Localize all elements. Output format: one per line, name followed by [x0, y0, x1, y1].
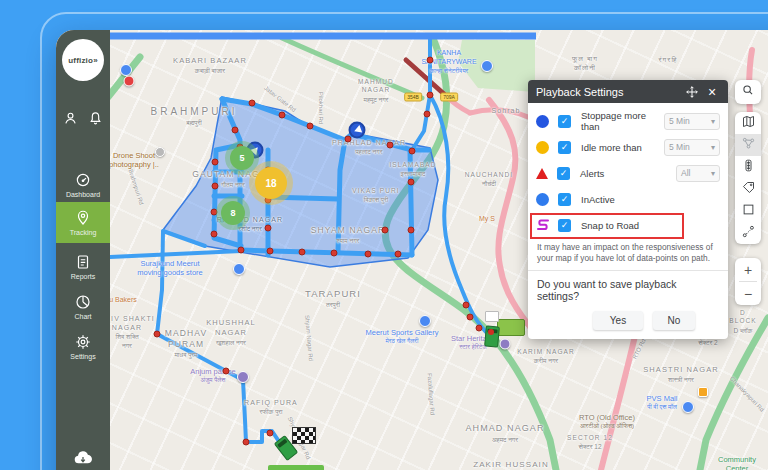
panel-title: Playback Settings	[536, 86, 684, 98]
sidebar-item-label: Dashboard	[56, 191, 110, 198]
cluster-marker[interactable]: 5	[230, 146, 254, 170]
playback-settings-header[interactable]: Playback Settings ×	[528, 80, 728, 103]
route-stop-dot	[212, 159, 219, 166]
route-stop-dot	[212, 183, 219, 190]
map-area-label: TARAPURIतरपुरी	[305, 288, 361, 310]
sidebar-item-dashboard[interactable]: Dashboard	[56, 166, 110, 203]
alerts-checkbox[interactable]	[557, 167, 570, 180]
map-poi-label: PVS Mallपी वी एस मॉल	[647, 394, 678, 411]
screen: { "colors":{ "accent_green":"#7db343","s…	[0, 0, 768, 470]
label-text: Sohrab	[491, 106, 520, 115]
label-text: AHMAD NAGAR	[465, 423, 544, 435]
search-icon	[741, 83, 755, 101]
draw-region-button[interactable]	[735, 200, 761, 222]
dropdown-value: 5 Min	[669, 116, 690, 126]
map-poi-label: My S	[479, 215, 495, 224]
map-search-button[interactable]	[735, 80, 761, 104]
label-text: महमूद नगर	[358, 96, 394, 104]
route-stop-dot	[299, 249, 306, 256]
label-text: PVS Mall	[647, 394, 678, 403]
idle-duration-dropdown[interactable]: 5 Min▾	[664, 139, 720, 156]
cloud-download-icon[interactable]	[56, 448, 110, 470]
label-text: VIKAS PURI	[352, 187, 399, 195]
label-text: BRAHMPURI	[150, 105, 237, 118]
sidebar-item-chart[interactable]: Chart	[56, 288, 110, 325]
route-stop-dot	[267, 430, 274, 437]
sidebar-item-tracking[interactable]: Tracking	[56, 202, 110, 243]
route-tool-button[interactable]	[735, 222, 761, 244]
label-text: ब्रह्मपुरी	[150, 119, 237, 127]
poi-circle-icon	[419, 315, 431, 327]
label-text: विकास पुरी	[352, 197, 399, 205]
inactive-checkbox[interactable]	[558, 193, 571, 206]
move-panel-icon[interactable]	[684, 84, 700, 100]
label-text: तरपुरी	[305, 301, 361, 309]
label-text: सेक्टर 2	[687, 340, 728, 348]
stop-point-dot	[488, 329, 494, 335]
app-logo[interactable]: uffizio»	[62, 39, 104, 81]
route-stop-dot	[232, 127, 239, 134]
route-stop-dot	[427, 57, 434, 64]
sidebar-item-settings[interactable]: Settings	[56, 328, 110, 365]
label-text: अहमद नगर	[465, 436, 544, 444]
arrow-icon	[352, 125, 361, 135]
yes-button[interactable]: Yes	[593, 311, 643, 330]
inactive-label: InActive	[581, 194, 720, 205]
route-stop-dot	[409, 148, 416, 155]
map-poi-label: Surajkund Meerut moving goods store	[137, 259, 202, 278]
label-text: नौचंदी	[465, 181, 514, 189]
poi-circle-icon	[682, 401, 694, 413]
sidebar-item-reports[interactable]: Reports	[56, 248, 110, 285]
traffic-toggle-button[interactable]	[735, 156, 761, 178]
cluster-nodes-icon	[741, 136, 756, 155]
label-text: Surajkund Meerut moving goods store	[137, 259, 202, 278]
snap-to-road-icon	[536, 218, 550, 232]
label-text: करीम नगर	[517, 358, 575, 366]
idle-checkbox[interactable]	[558, 141, 571, 154]
route-stop-dot	[223, 368, 230, 375]
no-button[interactable]: No	[653, 311, 695, 330]
map-area-label: NAUCHANDIनौचंदी	[465, 171, 514, 189]
folded-map-icon	[741, 114, 756, 133]
label-text: RAFIQ PURA	[244, 398, 298, 407]
direction-arrow-marker[interactable]	[349, 122, 366, 139]
map-road-label: Jatav Gate Rd	[263, 85, 297, 113]
close-icon[interactable]: ×	[704, 84, 720, 100]
label-text: SECTOR 12	[567, 434, 613, 442]
map-area-label: SECTOR 12सेक्टर 12	[567, 434, 613, 452]
stoppage-marker-icon	[536, 115, 549, 128]
bell-icon[interactable]	[87, 110, 104, 131]
route-stop-dot	[243, 439, 250, 446]
poi-circle-icon	[481, 60, 493, 72]
label-text: पी वी एस मॉल	[647, 404, 678, 412]
stoppage-duration-dropdown[interactable]: 5 Min▾	[664, 113, 720, 130]
map-poi-label: u Bakers	[109, 296, 137, 305]
label-text: KHUSHHAL NAGAR	[206, 318, 256, 338]
stoppage-checkbox[interactable]	[558, 115, 571, 128]
user-icon[interactable]	[62, 110, 79, 131]
sidebar-item-label: Reports	[56, 273, 110, 280]
alerts-type-dropdown[interactable]: All▾	[676, 165, 720, 182]
map-layers-button[interactable]	[735, 112, 761, 134]
zoom-out-button[interactable]: −	[735, 282, 761, 305]
map-road-label: RTO Rd	[631, 338, 647, 360]
cluster-marker[interactable]: 18	[255, 167, 287, 199]
route-stop-dot	[307, 123, 314, 130]
dropdown-value: 5 Min	[669, 142, 690, 152]
alerts-label: Alerts	[580, 168, 676, 179]
label-text: u Bakers	[109, 296, 137, 305]
map-poi-label: RTO (Old Office)आरटीओ (ओल्ड ऑफिस)	[579, 413, 635, 430]
labels-toggle-button[interactable]	[735, 178, 761, 200]
map-area-label: SHYAM NAGARश्याम नगर	[311, 225, 385, 245]
idle-label: Idle more than	[581, 142, 664, 153]
gear-icon	[56, 333, 110, 351]
map-area-label: SHASTRI NAGARशास्त्री नगर	[643, 365, 719, 384]
label-text: रंगरहि	[658, 55, 677, 64]
snap-to-road-checkbox[interactable]	[558, 219, 571, 232]
cluster-marker[interactable]: 8	[221, 201, 245, 225]
idle-marker-icon	[536, 141, 549, 154]
zoom-in-button[interactable]: +	[735, 258, 761, 281]
route-stop-dot	[331, 250, 338, 257]
map-area-label: ZAKIR HUSSAIN	[473, 460, 549, 470]
cluster-toggle-button[interactable]	[735, 134, 761, 156]
